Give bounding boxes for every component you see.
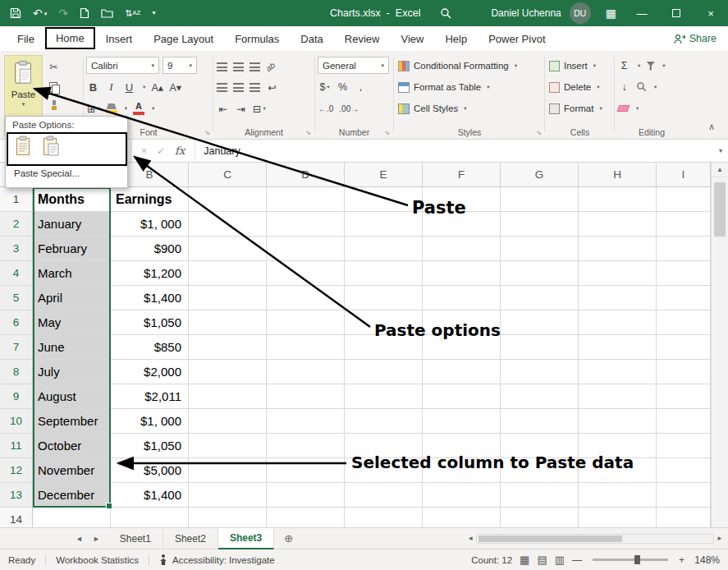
cell-A7[interactable]: June bbox=[33, 335, 111, 360]
cell-A11[interactable]: October bbox=[33, 434, 111, 458]
cell-A12[interactable]: November bbox=[33, 458, 111, 483]
cell-G13[interactable] bbox=[501, 483, 579, 508]
cell-H7[interactable] bbox=[579, 335, 657, 360]
cell-I5[interactable] bbox=[657, 286, 711, 310]
cell-D3[interactable] bbox=[267, 237, 345, 261]
font-color-button[interactable]: A bbox=[133, 102, 144, 115]
cell-C1[interactable] bbox=[189, 187, 267, 212]
find-select-icon[interactable] bbox=[636, 81, 647, 94]
insert-cells-button[interactable]: Insert ▾ bbox=[549, 57, 596, 75]
cell-H2[interactable] bbox=[579, 212, 657, 237]
workbook-statistics-button[interactable]: Workbook Statistics bbox=[56, 555, 139, 565]
cell-C4[interactable] bbox=[189, 261, 267, 286]
horizontal-scrollbar[interactable]: ◄ ► bbox=[467, 534, 723, 544]
decrease-font-size-button[interactable]: A▾ bbox=[169, 79, 181, 95]
autosum-button[interactable]: Σ bbox=[618, 57, 630, 74]
cell-E5[interactable] bbox=[345, 286, 423, 310]
cell-C10[interactable] bbox=[189, 409, 267, 434]
tab-page-layout[interactable]: Page Layout bbox=[143, 27, 224, 51]
cell-G3[interactable] bbox=[501, 237, 579, 261]
cell-H4[interactable] bbox=[579, 261, 657, 286]
vertical-scrollbar[interactable]: ▲ bbox=[711, 163, 728, 527]
align-left-icon[interactable] bbox=[217, 83, 227, 92]
cell-I14[interactable] bbox=[657, 508, 711, 527]
cell-I2[interactable] bbox=[657, 212, 711, 237]
zoom-in-button[interactable]: + bbox=[679, 554, 685, 566]
cell-I1[interactable] bbox=[657, 187, 711, 212]
formula-input[interactable]: January bbox=[195, 145, 728, 157]
sort-filter-chevron-icon[interactable]: ▾ bbox=[662, 62, 665, 69]
cell-D12[interactable] bbox=[267, 458, 345, 483]
font-color-chevron-icon[interactable]: ▾ bbox=[152, 105, 154, 112]
cell-B3[interactable]: $900 bbox=[111, 237, 189, 261]
cell-F13[interactable] bbox=[423, 483, 501, 508]
horizontal-scroll-track[interactable] bbox=[476, 534, 714, 544]
find-select-chevron-icon[interactable]: ▾ bbox=[654, 84, 657, 90]
column-header-c[interactable]: C bbox=[189, 163, 267, 187]
cell-G5[interactable] bbox=[501, 286, 579, 310]
cell-H9[interactable] bbox=[579, 384, 657, 409]
orientation-icon[interactable]: ab bbox=[264, 60, 277, 72]
scroll-right-icon[interactable]: ► bbox=[717, 535, 723, 542]
increase-font-size-button[interactable]: A▴ bbox=[151, 79, 163, 95]
italic-button[interactable]: I bbox=[105, 79, 117, 95]
cell-E14[interactable] bbox=[345, 508, 423, 527]
cell-B12[interactable]: $5,000 bbox=[111, 458, 189, 483]
add-sheet-button[interactable]: ⊕ bbox=[274, 532, 303, 545]
new-file-icon[interactable] bbox=[80, 7, 89, 19]
cell-A3[interactable]: February bbox=[33, 237, 111, 261]
cell-B6[interactable]: $1,050 bbox=[111, 310, 189, 335]
paste-values-icon[interactable] bbox=[43, 136, 60, 159]
cell-G10[interactable] bbox=[501, 409, 579, 434]
delete-cells-button[interactable]: Delete ▾ bbox=[549, 78, 600, 96]
tab-review[interactable]: Review bbox=[334, 27, 391, 51]
sort-icon[interactable]: ⇅AZ bbox=[125, 9, 140, 18]
fill-color-button[interactable] bbox=[106, 103, 117, 113]
row-header-3[interactable]: 3 bbox=[0, 237, 33, 261]
row-header-13[interactable]: 13 bbox=[0, 483, 33, 508]
cell-G9[interactable] bbox=[501, 384, 579, 409]
cell-E2[interactable] bbox=[345, 212, 423, 237]
tab-data[interactable]: Data bbox=[290, 27, 333, 51]
cell-C2[interactable] bbox=[189, 212, 267, 237]
conditional-formatting-button[interactable]: Conditional Formatting ▾ bbox=[398, 57, 517, 75]
align-center-icon[interactable] bbox=[233, 83, 244, 92]
row-header-14[interactable]: 14 bbox=[0, 508, 33, 527]
sheet-tab-sheet3[interactable]: Sheet3 bbox=[218, 528, 274, 549]
cell-C14[interactable] bbox=[189, 508, 267, 527]
cell-B8[interactable]: $2,000 bbox=[111, 360, 189, 384]
sort-filter-icon[interactable] bbox=[646, 62, 655, 71]
cell-E4[interactable] bbox=[345, 261, 423, 286]
cell-H6[interactable] bbox=[579, 310, 657, 335]
underline-chevron-icon[interactable]: ▾ bbox=[143, 84, 145, 90]
row-header-5[interactable]: 5 bbox=[0, 286, 33, 310]
undo-icon[interactable]: ↶▾ bbox=[33, 7, 47, 19]
cell-H13[interactable] bbox=[579, 483, 657, 508]
cell-D4[interactable] bbox=[267, 261, 345, 286]
clear-chevron-icon[interactable]: ▾ bbox=[636, 105, 639, 112]
user-name[interactable]: Daniel Uchenna bbox=[491, 7, 561, 19]
cell-E8[interactable] bbox=[345, 360, 423, 384]
zoom-slider[interactable] bbox=[593, 559, 668, 561]
align-top-icon[interactable] bbox=[217, 62, 227, 71]
cell-G4[interactable] bbox=[501, 261, 579, 286]
cell-B2[interactable]: $1, 000 bbox=[111, 212, 189, 237]
cell-C8[interactable] bbox=[189, 360, 267, 384]
row-header-6[interactable]: 6 bbox=[0, 310, 33, 335]
autosum-chevron-icon[interactable]: ▾ bbox=[638, 62, 640, 69]
cell-I8[interactable] bbox=[657, 360, 711, 384]
accessibility-status[interactable]: Accessibility: Investigate bbox=[172, 555, 275, 565]
column-header-e[interactable]: E bbox=[345, 163, 423, 187]
cell-C7[interactable] bbox=[189, 335, 267, 360]
cell-B13[interactable]: $1,400 bbox=[111, 483, 189, 508]
align-bottom-icon[interactable] bbox=[250, 62, 260, 71]
number-dialog-launcher-icon[interactable]: ⇘ bbox=[384, 129, 390, 136]
format-painter-icon[interactable] bbox=[50, 100, 58, 110]
cell-H3[interactable] bbox=[579, 237, 657, 261]
tab-file[interactable]: File bbox=[7, 27, 45, 51]
page-break-view-icon[interactable]: ▥ bbox=[555, 554, 565, 566]
zoom-level[interactable]: 148% bbox=[692, 554, 720, 566]
cell-G6[interactable] bbox=[501, 310, 579, 335]
increase-decimal-button[interactable]: ←.0 bbox=[318, 100, 333, 117]
cell-A5[interactable]: April bbox=[33, 286, 111, 310]
